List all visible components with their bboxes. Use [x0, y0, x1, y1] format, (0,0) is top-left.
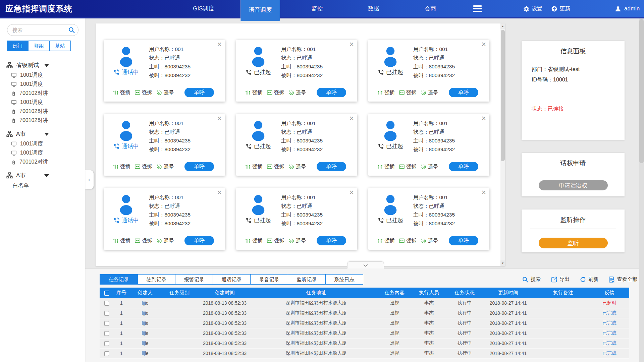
- force-split-button[interactable]: 强拆: [135, 89, 152, 96]
- force-insert-button[interactable]: 强插: [113, 164, 130, 170]
- force-split-button[interactable]: 强拆: [399, 238, 416, 244]
- tree-item[interactable]: 白名单: [0, 181, 85, 190]
- caret-down-icon[interactable]: [44, 133, 49, 136]
- refresh-button[interactable]: 刷新: [580, 276, 598, 283]
- monitor-button[interactable]: 监听: [539, 238, 608, 248]
- force-insert-button[interactable]: 强插: [245, 238, 262, 244]
- nav-tab[interactable]: 语音调度: [240, 0, 280, 21]
- record-tab[interactable]: 签到记录: [138, 275, 175, 284]
- settings-button[interactable]: 设置: [523, 5, 542, 12]
- caret-down-icon[interactable]: [44, 64, 49, 67]
- bottom-collapse-handle[interactable]: [347, 261, 384, 268]
- tree-item[interactable]: 1001调度: [0, 148, 85, 158]
- remote-stun-button[interactable]: 遥晕: [421, 238, 438, 244]
- force-split-button[interactable]: 强拆: [267, 238, 284, 244]
- update-button[interactable]: 更新: [551, 5, 570, 12]
- tree-item[interactable]: 1001调度: [0, 71, 85, 80]
- record-tab[interactable]: 通话记录: [213, 275, 250, 284]
- feedback-link[interactable]: 已超时: [590, 298, 629, 308]
- apply-talk-permission-button[interactable]: 申请话语权: [539, 180, 608, 190]
- nav-tab[interactable]: 会商: [411, 0, 450, 17]
- feedback-link[interactable]: 已完成: [590, 308, 629, 318]
- row-checkbox[interactable]: [104, 331, 109, 336]
- caret-down-icon[interactable]: [44, 174, 49, 177]
- force-insert-button[interactable]: 强插: [113, 238, 130, 244]
- single-call-button[interactable]: 单呼: [449, 162, 478, 171]
- search-input[interactable]: [12, 25, 66, 35]
- tree-item[interactable]: 1001调度: [0, 98, 85, 107]
- force-split-button[interactable]: 强拆: [135, 164, 152, 170]
- remote-stun-button[interactable]: 遥晕: [421, 164, 438, 170]
- force-split-button[interactable]: 强拆: [267, 164, 284, 170]
- tree-item[interactable]: 1001调度: [0, 139, 85, 148]
- tree-item[interactable]: 700102对讲: [0, 89, 85, 98]
- close-icon[interactable]: ×: [482, 40, 486, 49]
- close-icon[interactable]: ×: [350, 40, 354, 49]
- remote-stun-button[interactable]: 遥晕: [288, 164, 306, 170]
- record-tab[interactable]: 录音记录: [250, 275, 288, 284]
- single-call-button[interactable]: 单呼: [317, 236, 346, 245]
- scroll-up-arrow[interactable]: ▲: [500, 23, 505, 29]
- remote-stun-button[interactable]: 遥晕: [156, 238, 174, 244]
- sidebar-collapse-handle[interactable]: ‹: [85, 170, 94, 189]
- single-call-button[interactable]: 单呼: [184, 236, 214, 245]
- close-icon[interactable]: ×: [217, 114, 222, 123]
- scroll-down-arrow[interactable]: ▼: [500, 260, 505, 266]
- view-all-button[interactable]: 查看全部: [608, 276, 637, 283]
- tree-item[interactable]: A市: [0, 128, 85, 139]
- tree-item[interactable]: 700102对讲: [0, 158, 85, 167]
- close-icon[interactable]: ×: [350, 114, 354, 123]
- tree-item[interactable]: 省级测试: [0, 60, 85, 71]
- single-call-button[interactable]: 单呼: [184, 88, 214, 97]
- task-row[interactable]: 1 lijie 2018-08-13 08:52:33 深圳市福田区彩田村水源大…: [100, 348, 629, 358]
- tree-item[interactable]: 700102对讲: [0, 107, 85, 116]
- remote-stun-button[interactable]: 遥晕: [288, 238, 306, 244]
- tree-item[interactable]: 1001调度: [0, 80, 85, 89]
- close-icon[interactable]: ×: [482, 114, 486, 123]
- remote-stun-button[interactable]: 遥晕: [156, 164, 174, 170]
- close-icon[interactable]: ×: [482, 188, 486, 197]
- task-row[interactable]: 1 lijie 2018-08-13 08:52:33 深圳市福田区彩田村水源大…: [100, 308, 629, 318]
- feedback-link[interactable]: 已完成: [590, 348, 629, 358]
- single-call-button[interactable]: 单呼: [449, 236, 478, 245]
- nav-tab[interactable]: 数据: [354, 0, 393, 17]
- tree-item[interactable]: A市: [0, 170, 85, 181]
- single-call-button[interactable]: 单呼: [317, 162, 346, 171]
- task-row[interactable]: 1 lijie 2018-08-13 08:52:33 深圳市福田区彩田村水源大…: [100, 298, 629, 308]
- sidebar-tab[interactable]: 基站: [49, 41, 70, 51]
- row-checkbox[interactable]: [104, 321, 109, 326]
- row-checkbox[interactable]: [104, 351, 109, 356]
- remote-stun-button[interactable]: 遥晕: [421, 89, 438, 96]
- row-checkbox[interactable]: [104, 301, 109, 306]
- scrollbar-thumb[interactable]: [501, 30, 505, 161]
- task-row[interactable]: 1 lijie 2018-08-13 08:52:33 深圳市福田区彩田村水源大…: [100, 338, 629, 348]
- force-split-button[interactable]: 强拆: [267, 89, 284, 96]
- sidebar-tab[interactable]: 部门: [7, 41, 28, 51]
- menu-icon[interactable]: [467, 0, 487, 17]
- sidebar-tab[interactable]: 群组: [28, 41, 49, 51]
- page-scrollbar-thumb[interactable]: [639, 19, 644, 163]
- nav-tab[interactable]: GIS调度: [184, 0, 223, 17]
- row-checkbox[interactable]: [104, 311, 109, 316]
- record-tab[interactable]: 监听记录: [288, 275, 325, 284]
- force-insert-button[interactable]: 强插: [245, 89, 262, 96]
- user-menu[interactable]: admin: [614, 5, 640, 12]
- feedback-link[interactable]: 已完成: [590, 338, 629, 348]
- force-insert-button[interactable]: 强插: [377, 238, 394, 244]
- select-all-checkbox[interactable]: [104, 291, 109, 296]
- export-button[interactable]: 导出: [551, 276, 570, 283]
- record-tab[interactable]: 报警记录: [175, 275, 213, 284]
- main-scrollbar[interactable]: ▲ ▼: [500, 23, 505, 266]
- row-checkbox[interactable]: [104, 341, 109, 346]
- single-call-button[interactable]: 单呼: [184, 162, 214, 171]
- force-split-button[interactable]: 强拆: [399, 89, 416, 96]
- force-insert-button[interactable]: 强插: [377, 89, 394, 96]
- force-insert-button[interactable]: 强插: [377, 164, 394, 170]
- force-split-button[interactable]: 强拆: [399, 164, 416, 170]
- feedback-link[interactable]: 已完成: [590, 318, 629, 328]
- task-row[interactable]: 1 lijie 2018-08-13 08:52:33 深圳市福田区彩田村水源大…: [100, 318, 629, 328]
- table-search-button[interactable]: 搜索: [522, 276, 541, 283]
- single-call-button[interactable]: 单呼: [449, 88, 478, 97]
- single-call-button[interactable]: 单呼: [317, 88, 346, 97]
- remote-stun-button[interactable]: 遥晕: [288, 89, 306, 96]
